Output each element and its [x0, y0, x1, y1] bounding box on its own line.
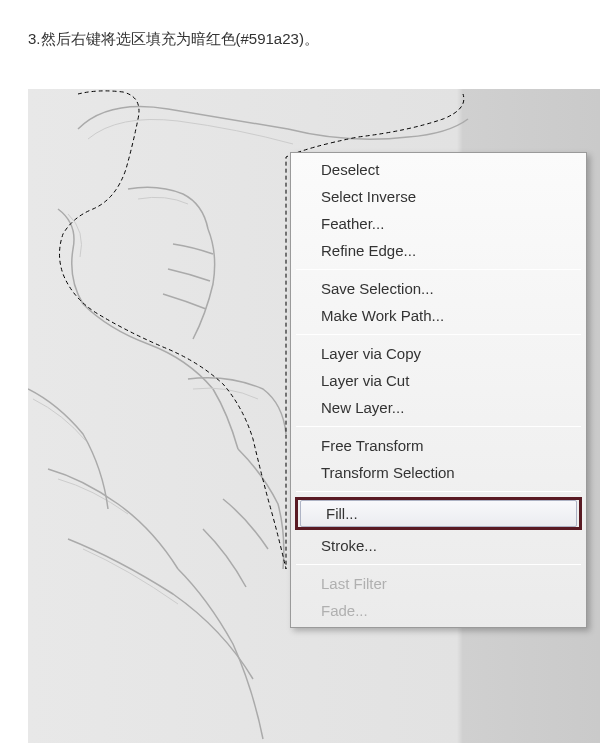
menu-free-transform[interactable]: Free Transform — [293, 432, 584, 459]
menu-separator — [296, 564, 581, 565]
menu-fill-highlight: Fill... — [295, 497, 582, 530]
canvas-area: Deselect Select Inverse Feather... Refin… — [28, 89, 600, 743]
menu-fill[interactable]: Fill... — [300, 500, 577, 527]
menu-select-inverse[interactable]: Select Inverse — [293, 183, 584, 210]
context-menu: Deselect Select Inverse Feather... Refin… — [290, 152, 587, 628]
menu-deselect[interactable]: Deselect — [293, 156, 584, 183]
menu-layer-via-cut[interactable]: Layer via Cut — [293, 367, 584, 394]
menu-separator — [296, 334, 581, 335]
menu-separator — [296, 426, 581, 427]
instruction-text: 3.然后右键将选区填充为暗红色(#591a23)。 — [0, 0, 600, 49]
menu-stroke[interactable]: Stroke... — [293, 532, 584, 559]
menu-separator — [296, 269, 581, 270]
menu-save-selection[interactable]: Save Selection... — [293, 275, 584, 302]
menu-fade: Fade... — [293, 597, 584, 624]
menu-feather[interactable]: Feather... — [293, 210, 584, 237]
menu-make-work-path[interactable]: Make Work Path... — [293, 302, 584, 329]
menu-refine-edge[interactable]: Refine Edge... — [293, 237, 584, 264]
menu-separator — [296, 491, 581, 492]
menu-new-layer[interactable]: New Layer... — [293, 394, 584, 421]
menu-last-filter: Last Filter — [293, 570, 584, 597]
menu-transform-selection[interactable]: Transform Selection — [293, 459, 584, 486]
menu-layer-via-copy[interactable]: Layer via Copy — [293, 340, 584, 367]
